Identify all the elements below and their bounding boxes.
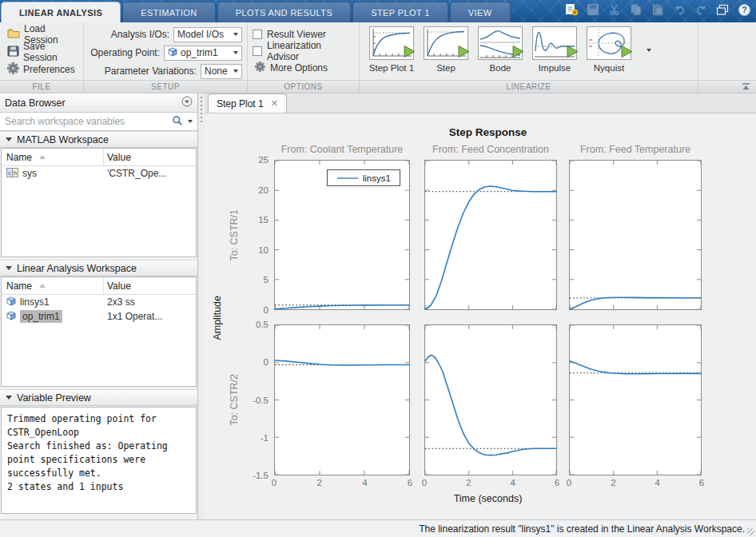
- table-header-row: Name Value: [2, 277, 196, 295]
- gallery-item-label: Step: [419, 63, 473, 73]
- resize-grip[interactable]: [747, 528, 754, 535]
- variable-name: linsys1: [20, 296, 50, 308]
- legend-line-sample: [337, 177, 358, 179]
- subplot-cell: linsys1: [274, 160, 410, 310]
- run-play-icon: [511, 45, 525, 61]
- subplot-cell: [569, 160, 702, 310]
- panel-menu-icon[interactable]: [181, 96, 193, 109]
- tab-view[interactable]: VIEW: [450, 2, 511, 22]
- linear-analysis-workspace-header[interactable]: Linear Analysis Workspace: [0, 260, 197, 276]
- cut-icon[interactable]: [607, 2, 622, 17]
- tab-linear-analysis[interactable]: LINEAR ANALYSIS: [1, 2, 121, 22]
- search-options-chevron-icon[interactable]: [188, 120, 193, 123]
- ribbon-section-setup: Analysis I/Os: Model I/Os Operating Poin…: [84, 22, 248, 80]
- y-tick-labels-row1: 2520151050: [242, 160, 274, 310]
- gallery-item-step[interactable]: Step: [419, 26, 473, 73]
- save-session-label: Save Session: [23, 41, 76, 63]
- column-header-value[interactable]: Value: [104, 280, 196, 292]
- gear-icon: [255, 62, 265, 74]
- toolstrip-tab-bar: LINEAR ANALYSIS ESTIMATION PLOTS AND RES…: [0, 0, 756, 22]
- gallery-item-label: Nyquist: [582, 63, 636, 73]
- save-icon[interactable]: [586, 2, 600, 17]
- legend-entry-label: linsys1: [363, 173, 391, 183]
- tab-plots-and-results[interactable]: PLOTS AND RESULTS: [217, 2, 352, 22]
- column-title-feed-temperature: From: Feed Temperature: [569, 142, 702, 160]
- subplot-cstr1-feed-concentration[interactable]: [424, 160, 557, 310]
- redo-icon[interactable]: [694, 2, 708, 17]
- close-icon[interactable]: ✕: [271, 98, 278, 109]
- minimize-ribbon-icon[interactable]: [741, 82, 751, 93]
- search-input[interactable]: [5, 116, 169, 127]
- analysis-ios-value: Model I/Os: [177, 29, 224, 40]
- subplot-cstr2-feed-concentration[interactable]: [424, 324, 557, 475]
- linearize-gallery: Step Plot 1 Step Bod: [364, 26, 636, 73]
- variable-preview-header[interactable]: Variable Preview: [0, 389, 197, 406]
- table-row-sys[interactable]: ch sys 'CSTR_Ope...: [2, 166, 196, 181]
- gallery-item-bode[interactable]: Bode: [473, 26, 527, 73]
- subplot-cell: [424, 160, 557, 310]
- chevron-down-icon: [233, 33, 238, 36]
- subplot-cstr1-feed-temperature[interactable]: [569, 160, 702, 310]
- matlab-workspace-header[interactable]: MATLAB Workspace: [0, 131, 197, 148]
- panel-splitter[interactable]: [198, 93, 205, 519]
- help-icon[interactable]: ?: [737, 2, 751, 17]
- ribbon-section-options: Result Viewer Linearization Advisor More…: [248, 22, 360, 80]
- save-session-button[interactable]: Save Session: [5, 43, 78, 61]
- subplot-cstr2-coolant-temperature[interactable]: [274, 324, 410, 475]
- variable-value: 1x1 Operat...: [104, 311, 196, 322]
- gallery-item-label: Bode: [473, 63, 527, 73]
- plot-legend[interactable]: linsys1: [327, 169, 400, 186]
- column-header-value[interactable]: Value: [104, 152, 196, 163]
- linear-analysis-tool-window: LINEAR ANALYSIS ESTIMATION PLOTS AND RES…: [0, 0, 756, 537]
- variable-preview-text: Trimmed operating point for CSTR_OpenLoo…: [1, 407, 197, 514]
- result-viewer-checkbox[interactable]: [253, 30, 262, 39]
- nyquist-thumb: [587, 26, 631, 60]
- gallery-dropdown-button[interactable]: [639, 26, 657, 74]
- linearization-advisor-label: Linearization Advisor: [267, 40, 354, 62]
- gallery-item-step-plot-1[interactable]: Step Plot 1: [364, 26, 419, 73]
- table-row-op_trim1[interactable]: op_trim1 1x1 Operat...: [2, 309, 196, 324]
- preferences-label: Preferences: [23, 64, 75, 75]
- operating-point-dropdown[interactable]: op_trim1: [164, 46, 242, 61]
- data-browser-title: Data Browser: [5, 97, 66, 109]
- subplot-cstr2-feed-temperature[interactable]: [569, 324, 702, 475]
- parameter-variations-dropdown[interactable]: None: [201, 64, 242, 79]
- sort-ascending-icon: [39, 284, 46, 288]
- variable-value: 2x3 ss: [104, 296, 196, 308]
- column-title-feed-concentration: From: Feed Concentration: [424, 142, 557, 160]
- data-browser-header: Data Browser: [0, 93, 197, 113]
- paste-icon[interactable]: [651, 2, 665, 17]
- impulse-thumb: [532, 26, 577, 60]
- search-icon[interactable]: [172, 115, 183, 129]
- preferences-button[interactable]: Preferences: [5, 61, 78, 78]
- undo-icon[interactable]: [672, 2, 686, 17]
- variable-name: sys: [22, 168, 37, 179]
- column-header-name[interactable]: Name: [2, 149, 104, 165]
- subplot-cell: [424, 324, 557, 475]
- parameter-variations-value: None: [205, 66, 228, 77]
- analysis-ios-dropdown[interactable]: Model I/Os: [173, 27, 242, 42]
- table-row-linsys1[interactable]: linsys1 2x3 ss: [2, 295, 196, 309]
- tab-estimation[interactable]: ESTIMATION: [122, 2, 215, 22]
- bode-thumb: [478, 26, 523, 60]
- x-tick-labels-col3: 0246: [569, 475, 702, 491]
- column-header-name[interactable]: Name: [2, 277, 104, 294]
- cube-icon: [6, 311, 16, 323]
- status-message: The linearization result "linsys1" is cr…: [419, 523, 745, 535]
- collapse-triangle-icon: [6, 266, 12, 270]
- folder-icon: [7, 28, 20, 41]
- gallery-item-impulse[interactable]: Impulse: [527, 26, 582, 73]
- variable-value: 'CSTR_Ope...: [104, 168, 196, 179]
- svg-text:c: c: [8, 169, 11, 177]
- windows-icon[interactable]: [715, 2, 730, 17]
- column-title-coolant-temperature: From: Coolant Temperature: [274, 142, 410, 160]
- linearization-advisor-checkbox[interactable]: [253, 46, 262, 56]
- gallery-item-nyquist[interactable]: Nyquist: [582, 26, 636, 73]
- gallery-item-label: Step Plot 1: [364, 63, 419, 73]
- copy-icon[interactable]: [629, 2, 643, 17]
- x-tick-labels-col2: 0246: [424, 475, 557, 491]
- document-tab-step-plot-1[interactable]: Step Plot 1 ✕: [208, 93, 287, 113]
- tab-step-plot-1[interactable]: STEP PLOT 1: [352, 2, 448, 22]
- new-script-icon[interactable]: [564, 2, 579, 17]
- section-label-setup: SETUP: [84, 81, 248, 93]
